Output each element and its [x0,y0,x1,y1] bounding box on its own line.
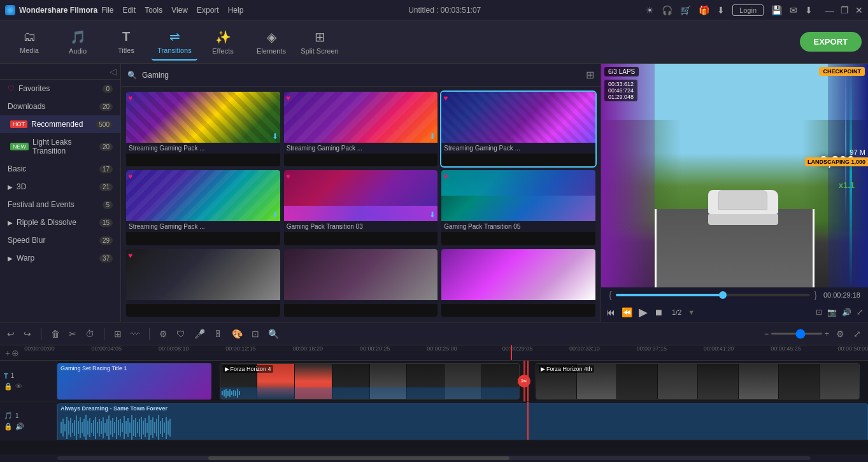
export-button[interactable]: EXPORT [800,32,862,52]
transition-card-gpt03[interactable]: ♥ ⬇ Gaming Pack Transition 03 [284,170,438,245]
toolbar-titles[interactable]: T Titles [103,24,149,61]
save-icon[interactable]: 💾 [771,5,782,15]
download-icon[interactable]: ⬇ [717,5,725,15]
out-point-icon[interactable]: } [814,290,817,300]
menu-view[interactable]: View [171,6,188,15]
toolbar-transitions[interactable]: ⇌ Transitions [152,24,197,61]
audio-mute-icon[interactable]: 🔊 [15,422,24,431]
audio-mix-button[interactable]: 🎚 [212,327,225,341]
track-lock-icon[interactable]: 🔒 [4,382,13,391]
sidebar-item-warp[interactable]: ▶ Warp 37 [0,249,120,267]
transition-card-sgp4[interactable]: ♥ ⬇ Streaming Gaming Pack ... [126,170,280,245]
cut-button[interactable]: ✂ [67,327,78,341]
redo-button[interactable]: ↪ [22,327,33,341]
crop-button[interactable]: ⊡ [250,327,261,341]
sidebar-item-basic[interactable]: Basic 17 [0,160,120,178]
sidebar-item-ripple[interactable]: ▶ Ripple & Dissolve 15 [0,213,120,231]
fullscreen-icon[interactable]: ⤢ [857,308,863,317]
audio-track-body[interactable]: Always Dreaming - Same Town Forever [57,402,868,440]
mask-button[interactable]: 🛡 [174,327,187,341]
transition-card-sgp2[interactable]: ♥ ⬇ Streaming Gaming Pack ... [284,92,438,166]
menu-help[interactable]: Help [228,6,244,15]
undo-button[interactable]: ↩ [5,327,17,341]
delete-button[interactable]: 🗑 [49,327,62,341]
brightness-icon[interactable]: ☀ [646,5,654,15]
sidebar-collapse-button[interactable]: ◁ [110,66,117,76]
search-icon: 🔍 [127,71,137,80]
toolbar-split-screen[interactable]: ⊞ Split Screen [297,24,343,61]
menu-export[interactable]: Export [197,6,219,15]
transition-card-sgp3[interactable]: ♥ Streaming Gaming Pack ... [441,92,595,166]
screenshot-icon[interactable]: 📷 [827,308,837,317]
preview-progress-bar[interactable] [616,294,811,296]
page-dropdown-icon[interactable]: ▼ [688,308,695,316]
menu-edit[interactable]: Edit [122,6,136,15]
sidebar-item-3d[interactable]: ▶ 3D 21 [0,178,120,196]
volume-icon[interactable]: 🔊 [842,308,851,317]
video-clip-2[interactable]: ▶ Forza Horizon 4th [536,363,860,400]
duration-button[interactable]: ⏱ [83,327,96,341]
grid-view-icon[interactable]: ⊞ [586,69,594,81]
sidebar-item-recommended[interactable]: HOT Recommended 500 [0,115,120,133]
toolbar-audio[interactable]: 🎵 Audio [55,24,101,61]
title-clip[interactable]: Gaming Set Racing Title 1 [57,363,211,400]
detach-audio-button[interactable]: ⊞ [112,327,124,341]
toolbar-transitions-label: Transitions [157,47,191,54]
toolbar-elements[interactable]: ◈ Elements [248,24,294,61]
waveform-button[interactable]: 〰 [129,327,141,341]
mail-icon[interactable]: ✉ [790,5,797,15]
fit-to-window-icon[interactable]: ⊡ [816,308,822,317]
transition-card-r2[interactable] [284,249,438,317]
minimize-button[interactable]: — [825,5,834,15]
download2-icon[interactable]: ⬇ [805,5,813,15]
login-button[interactable]: Login [732,4,764,16]
downloads-count: 20 [99,103,113,111]
ai-scene-detect-button[interactable]: ⚙ [157,327,169,341]
video-clip-1[interactable]: ▶ Forza Horizon 4 [220,363,520,400]
voiceover-button[interactable]: 🎤 [192,327,207,341]
menu-file[interactable]: File [101,6,113,15]
sidebar-item-festival[interactable]: Festival and Events 5 [0,196,120,213]
toolbar-effects[interactable]: ✨ Effects [200,24,246,61]
zoom-slider[interactable] [771,333,822,335]
add-track-icon[interactable]: + [5,348,10,358]
favorites-heart-icon: ♡ [8,84,15,93]
cut-marker-1[interactable]: ✂ ✂ [523,361,525,401]
audio-track-number: 1 [15,412,19,419]
transition-card-r3[interactable] [441,249,595,317]
headset-icon[interactable]: 🎧 [662,5,672,15]
sidebar-item-downloads[interactable]: Downloads 20 [0,97,120,115]
maximize-button[interactable]: ❐ [841,5,849,15]
audio-lock-icon[interactable]: 🔒 [4,422,13,431]
menu-tools[interactable]: Tools [145,6,162,15]
cart-icon[interactable]: 🛒 [680,5,691,15]
zoom-out-button[interactable]: 🔍 [266,327,281,341]
play-button[interactable]: ▶ [639,305,648,319]
audio-icon: 🎵 [70,29,86,45]
transition-card-sgp1[interactable]: ♥ ⬇ Streaming Gaming Pack ... [126,92,280,166]
sidebar-item-light-leaks[interactable]: NEW Light Leaks Transition 20 [0,133,120,160]
expand-timeline-button[interactable]: ⤢ [851,327,863,341]
jump-back-button[interactable]: ⏮ [606,307,615,317]
transition-card-gpt05[interactable]: ♥ Gaming Pack Transition 05 [441,170,595,245]
magnet-icon[interactable]: ⊕ [11,348,19,358]
zoom-minus-icon[interactable]: − [764,329,769,338]
close-button[interactable]: ✕ [855,5,863,15]
settings-button[interactable]: ⚙ [834,327,846,341]
zoom-plus-icon[interactable]: + [825,329,829,338]
sidebar-item-favorites[interactable]: ♡ Favorites 0 [0,80,120,97]
audio-clip-1[interactable]: Always Dreaming - Same Town Forever [57,403,868,440]
track-eye-icon[interactable]: 👁 [15,382,22,391]
video-track-body[interactable]: Gaming Set Racing Title 1 [57,361,868,401]
toolbar-media[interactable]: 🗂 Media [6,24,52,61]
in-point-icon[interactable]: { [609,290,612,300]
transition-card-r1[interactable]: ♥ [126,249,280,317]
gift-icon[interactable]: 🎁 [699,5,709,15]
timeline-scrollbar[interactable] [0,454,868,462]
search-input[interactable] [142,71,581,80]
color-match-button[interactable]: 🎨 [230,327,245,341]
stop-button[interactable]: ⏹ [654,307,663,317]
preview-progress-thumb[interactable] [719,291,727,299]
sidebar-item-speed-blur[interactable]: Speed Blur 29 [0,231,120,249]
step-back-button[interactable]: ⏪ [622,307,632,317]
